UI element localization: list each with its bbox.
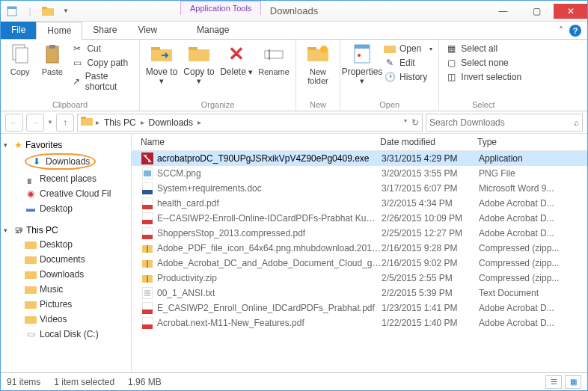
- crumb-this-pc[interactable]: This PC: [102, 117, 138, 128]
- chevron-right-icon[interactable]: ▸: [197, 118, 201, 126]
- sidebar-item-pc-videos[interactable]: Videos: [1, 312, 131, 327]
- file-row[interactable]: E--CASIWP2-Enroll-Online-IDCardPDFs-Prab…: [132, 211, 587, 226]
- file-row[interactable]: Adobe_PDF_file_icon_64x64.png.mhubdownlo…: [132, 241, 587, 256]
- file-tab[interactable]: File: [1, 22, 36, 39]
- column-name[interactable]: Name: [141, 137, 380, 147]
- thumbnails-view-button[interactable]: ▦: [565, 375, 581, 389]
- home-tab[interactable]: Home: [36, 22, 82, 40]
- svg-rect-31: [144, 170, 151, 176]
- file-row[interactable]: health_card.pdf3/2/2015 4:34 PMAdobe Acr…: [132, 196, 587, 211]
- file-row[interactable]: SCCM.png3/20/2015 3:55 PMPNG File: [132, 166, 587, 181]
- paste-button[interactable]: Paste: [37, 42, 67, 76]
- recent-locations-icon[interactable]: ▼: [47, 119, 53, 126]
- collapse-ribbon-icon[interactable]: ˄: [559, 25, 563, 36]
- column-date[interactable]: Date modified: [380, 137, 477, 147]
- sidebar-item-creative-cloud[interactable]: ◉Creative Cloud Fil: [1, 186, 131, 201]
- file-date: 2/25/2015 12:27 PM: [382, 228, 479, 238]
- column-type[interactable]: Type: [477, 137, 587, 147]
- file-row[interactable]: System+requirements.doc3/17/2015 6:07 PM…: [132, 181, 587, 196]
- file-row[interactable]: Productivity.zip2/5/2015 2:55 PMCompress…: [132, 271, 587, 286]
- invert-selection-button[interactable]: ◫Invert selection: [444, 70, 523, 84]
- cut-button[interactable]: ✂Cut: [70, 42, 135, 55]
- maximize-button[interactable]: ▢: [520, 4, 554, 19]
- edit-button[interactable]: ✎Edit: [382, 56, 434, 70]
- sidebar-item-local-disk[interactable]: ▭Local Disk (C:): [1, 327, 131, 342]
- titlebar: | ▼ Application Tools Downloads — ▢ ✕: [1, 1, 587, 22]
- favorites-header[interactable]: ▾★Favorites: [1, 138, 131, 152]
- column-headers: Name Date modified Type: [132, 134, 587, 151]
- open-button[interactable]: Open▾: [382, 42, 434, 55]
- back-button[interactable]: ←: [5, 114, 23, 132]
- select-group: ▦Select all ▢Select none ◫Invert selecti…: [439, 40, 527, 111]
- up-button[interactable]: ↑: [56, 114, 74, 132]
- new-folder-button[interactable]: New folder: [301, 42, 335, 85]
- svg-rect-26: [25, 286, 37, 294]
- select-all-button[interactable]: ▦Select all: [444, 42, 523, 55]
- file-row[interactable]: ShoppersStop_2013.compressed.pdf2/25/201…: [132, 226, 587, 241]
- file-type: Adobe Acrobat D...: [479, 303, 587, 313]
- file-row[interactable]: E_CASIWP2_Enroll_Online_IDCardPDFs_Prabh…: [132, 301, 587, 315]
- sidebar-item-downloads[interactable]: ⬇Downloads: [1, 152, 131, 171]
- sidebar-item-pc-music[interactable]: Music: [1, 282, 131, 297]
- ribbon: Copy Paste ✂Cut ▭Copy path ↗Paste shortc…: [1, 40, 587, 111]
- breadcrumb[interactable]: ▸ This PC ▸ Downloads ▸ ▾ ↻: [77, 114, 423, 132]
- copy-path-button[interactable]: ▭Copy path: [70, 56, 135, 70]
- rename-button[interactable]: Rename: [257, 42, 291, 76]
- folder-icon: [25, 268, 37, 280]
- manage-tab[interactable]: Manage: [186, 22, 239, 38]
- copy-to-button[interactable]: Copy to ▾: [182, 42, 216, 85]
- help-icon[interactable]: ?: [569, 25, 581, 37]
- file-type: Compressed (zipp...: [479, 243, 587, 253]
- file-date: 2/5/2015 2:55 PM: [382, 273, 479, 283]
- view-tab[interactable]: View: [127, 22, 168, 39]
- context-tools-tab[interactable]: Application Tools: [180, 1, 261, 15]
- details-view-button[interactable]: ☰: [545, 375, 562, 389]
- select-none-button[interactable]: ▢Select none: [444, 56, 523, 70]
- refresh-icon[interactable]: ↻: [411, 117, 419, 128]
- copy-button[interactable]: Copy: [5, 42, 34, 76]
- minimize-button[interactable]: —: [486, 4, 520, 19]
- history-button[interactable]: 🕑History: [382, 70, 434, 84]
- file-row[interactable]: acrobatproDC_T90UPgJSRxikVpV4Z90ePg0409.…: [132, 151, 587, 166]
- sidebar-item-pc-pictures[interactable]: Pictures: [1, 297, 131, 312]
- file-type: Adobe Acrobat D...: [479, 213, 587, 224]
- svg-rect-2: [42, 8, 54, 16]
- paste-shortcut-button[interactable]: ↗Paste shortcut: [70, 70, 135, 93]
- file-row[interactable]: Adobe_Acrobat_DC_and_Adobe_Document_Clou…: [132, 256, 587, 271]
- qat-newfolder-icon[interactable]: [40, 3, 56, 19]
- qat-properties-icon[interactable]: [4, 3, 20, 19]
- search-icon[interactable]: ⌕: [574, 117, 579, 128]
- sidebar-item-desktop[interactable]: ▬Desktop: [1, 201, 131, 216]
- file-row[interactable]: 00_1_ANSI.txt2/2/2015 5:39 PMText Docume…: [132, 286, 587, 301]
- select-all-icon: ▦: [445, 43, 457, 55]
- quick-access-toolbar: | ▼: [1, 3, 77, 19]
- delete-button[interactable]: ✕Delete ▾: [219, 42, 254, 76]
- sidebar-item-pc-desktop[interactable]: Desktop: [1, 237, 131, 252]
- share-tab[interactable]: Share: [82, 22, 127, 39]
- shortcut-icon: ↗: [71, 76, 81, 87]
- properties-button[interactable]: Properties ▾: [345, 42, 379, 85]
- status-bar: 91 items 1 item selected 1.96 MB ☰ ▦: [1, 372, 587, 390]
- qat-dropdown-icon[interactable]: ▼: [58, 3, 74, 19]
- forward-button[interactable]: →: [26, 114, 44, 132]
- chevron-right-icon[interactable]: ▸: [141, 118, 144, 126]
- sidebar-item-pc-downloads[interactable]: Downloads: [1, 267, 131, 282]
- address-dropdown-icon[interactable]: ▾: [404, 117, 407, 128]
- svg-rect-53: [142, 324, 153, 329]
- crumb-downloads[interactable]: Downloads: [147, 117, 195, 128]
- file-row[interactable]: Acrobat.next-M11-New_Features.pdf1/22/20…: [132, 315, 587, 330]
- qat-sep: |: [22, 3, 38, 19]
- this-pc-header[interactable]: ▾🖳This PC: [1, 224, 131, 237]
- sidebar-item-pc-documents[interactable]: Documents: [1, 252, 131, 267]
- file-icon: [141, 153, 154, 164]
- svg-rect-20: [384, 46, 396, 53]
- search-box[interactable]: ⌕: [426, 114, 583, 132]
- move-to-button[interactable]: Move to ▾: [144, 42, 179, 85]
- downloads-icon: ⬇: [31, 156, 43, 167]
- chevron-right-icon[interactable]: ▸: [96, 118, 99, 126]
- close-button[interactable]: ✕: [554, 4, 587, 19]
- sidebar-item-recent[interactable]: ▖Recent places: [1, 171, 131, 186]
- search-input[interactable]: [429, 117, 574, 128]
- file-name: Productivity.zip: [157, 273, 382, 283]
- svg-rect-7: [49, 45, 55, 49]
